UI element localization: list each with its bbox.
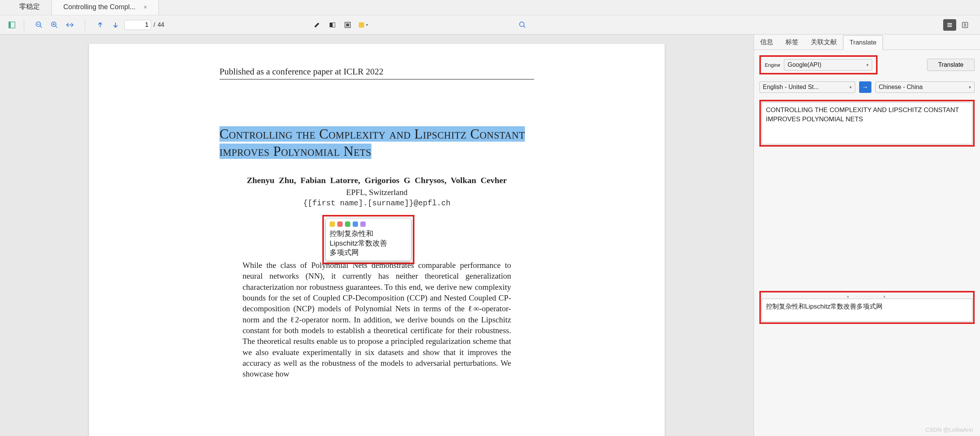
close-icon[interactable]: ×	[144, 4, 147, 10]
engine-label: Engine	[765, 62, 780, 68]
svg-line-4	[40, 26, 42, 28]
translation-popup-highlight: 控制复杂性和 Lipschitz常数改善 多项式网	[322, 215, 414, 264]
svg-line-8	[55, 26, 57, 28]
document-tabs: 零稳定 Controlling the Compl... ×	[0, 0, 980, 15]
page-number-input[interactable]	[124, 20, 151, 30]
swap-languages-button[interactable]: →	[859, 81, 871, 93]
tab-translate[interactable]: Translate	[843, 35, 883, 50]
tab-related[interactable]: 关联文献	[805, 35, 843, 50]
engine-highlight-box: Engine Google(API)▾	[759, 55, 878, 74]
tab-controlling-compl[interactable]: Controlling the Compl... ×	[51, 0, 159, 15]
tab-info[interactable]: 信息	[754, 35, 779, 50]
abstract-body: While the class of Polynomial Nets demon…	[219, 260, 534, 380]
tab-label: 零稳定	[19, 3, 40, 10]
zoom-out-button[interactable]	[33, 19, 46, 31]
popup-translation-text: 控制复杂性和 Lipschitz常数改善 多项式网	[326, 228, 411, 261]
translate-button[interactable]: Translate	[927, 59, 975, 71]
source-text-highlight: CONTROLLING THE COMPLEXITY AND LIPSCHITZ…	[759, 100, 975, 147]
source-text-box[interactable]: CONTROLLING THE COMPLEXITY AND LIPSCHITZ…	[762, 102, 972, 144]
author-email: {[first name].[surname]}@epfl.ch	[219, 199, 534, 208]
publication-note: Published as a conference paper at ICLR …	[219, 67, 534, 79]
svg-rect-1	[9, 22, 11, 28]
right-panel: 信息 标签 关联文献 Translate Engine Google(API)▾…	[754, 35, 980, 436]
fit-width-button[interactable]	[63, 19, 76, 31]
source-text-extra	[759, 154, 975, 284]
affiliation: EPFL, Switzerland	[219, 188, 534, 197]
color-swatch-red[interactable]	[337, 221, 343, 227]
svg-line-15	[523, 26, 525, 28]
right-panel-tabs: 信息 标签 关联文献 Translate	[754, 35, 980, 50]
color-swatch-yellow[interactable]	[330, 221, 335, 227]
source-language-dropdown[interactable]: English - United St...▾	[759, 81, 855, 93]
prev-page-button[interactable]	[94, 19, 107, 31]
authors: Zhenyu Zhu, Fabian Latorre, Grigorios G …	[219, 175, 534, 185]
color-swatch-blue[interactable]	[353, 221, 358, 227]
search-button[interactable]	[516, 19, 529, 31]
separator	[85, 19, 85, 31]
pdf-viewer[interactable]: Published as a conference paper at ICLR …	[0, 35, 754, 436]
toolbar: / 44 ▾	[0, 15, 980, 35]
annotate-pen-button[interactable]	[310, 19, 323, 31]
translation-popup[interactable]: 控制复杂性和 Lipschitz常数改善 多项式网	[325, 218, 411, 261]
page-separator: /	[153, 21, 155, 28]
annotate-box-button[interactable]	[341, 19, 354, 31]
engine-dropdown[interactable]: Google(API)▾	[784, 59, 872, 71]
reading-mode-button[interactable]	[943, 19, 956, 31]
page-total: 44	[157, 21, 164, 28]
svg-rect-10	[333, 23, 335, 27]
color-swatch-green[interactable]	[345, 221, 350, 227]
paper-title: Controlling the Complexity and Lipschitz…	[219, 126, 534, 160]
info-panel-button[interactable]	[959, 19, 972, 31]
target-text-highlight: ▴ ·········· ▴ 控制复杂性和Lipschitz常数改善多项式网	[759, 291, 975, 324]
target-language-dropdown[interactable]: Chinese - China▾	[875, 81, 975, 93]
sidebar-toggle-button[interactable]	[5, 19, 18, 31]
annotate-highlight-button[interactable]	[326, 19, 339, 31]
tab-tags[interactable]: 标签	[779, 35, 805, 50]
target-text-box[interactable]: 控制复杂性和Lipschitz常数改善多项式网	[762, 299, 972, 322]
watermark: CSDN @LolitaAnn	[926, 426, 973, 433]
tab-zero-stability[interactable]: 零稳定	[8, 0, 51, 15]
tab-label: Controlling the Compl...	[63, 3, 135, 11]
color-swatch-purple[interactable]	[360, 221, 366, 227]
popup-color-row	[326, 218, 411, 228]
svg-rect-12	[346, 23, 349, 26]
svg-rect-13	[359, 22, 364, 28]
highlight-color-button[interactable]: ▾	[356, 19, 370, 31]
separator	[24, 19, 24, 31]
pane-splitter[interactable]: ▴ ·········· ▴	[762, 293, 972, 299]
svg-rect-9	[330, 23, 332, 27]
next-page-button[interactable]	[109, 19, 122, 31]
zoom-in-button[interactable]	[48, 19, 61, 31]
